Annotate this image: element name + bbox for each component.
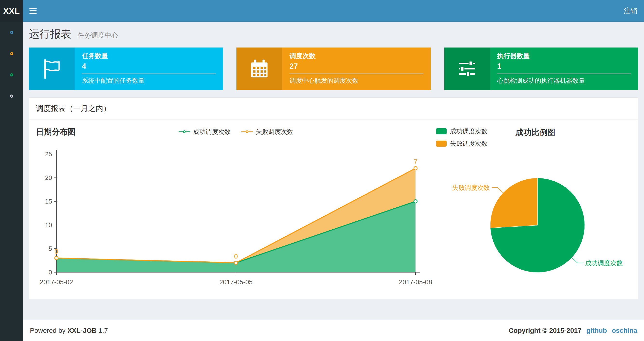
svg-text:5: 5 — [49, 245, 52, 252]
svg-text:成功调度次数: 成功调度次数 — [585, 259, 623, 266]
legend-line-marker-icon — [178, 131, 190, 132]
page-title-text: 运行报表 — [29, 28, 71, 40]
pie-legend-item-fail[interactable]: 失败调度次数 — [436, 139, 488, 148]
divider — [82, 74, 216, 74]
divider — [290, 74, 423, 74]
legend-swatch-icon — [436, 128, 446, 134]
pie-chart-legend: 成功调度次数 失败调度次数 — [436, 127, 488, 152]
copyright: Copyright © 2015-2017 — [508, 327, 581, 334]
circle-icon — [10, 73, 13, 77]
svg-text:2017-05-02: 2017-05-02 — [40, 278, 73, 286]
svg-text:7: 7 — [414, 158, 418, 165]
legend-item-fail[interactable]: 失败调度次数 — [241, 128, 293, 136]
info-box-title: 任务数量 — [82, 52, 216, 60]
info-box-job-count: 任务数量 4 系统中配置的任务数量 — [29, 48, 223, 90]
legend-swatch-icon — [436, 141, 446, 147]
flag-icon — [41, 58, 62, 79]
svg-text:0: 0 — [54, 248, 58, 255]
page-title: 运行报表 任务调度中心 — [29, 28, 638, 40]
legend-label: 成功调度次数 — [193, 128, 231, 136]
info-box-value: 4 — [82, 62, 216, 71]
product-version: 1.7 — [98, 327, 108, 334]
legend-label: 失败调度次数 — [450, 139, 488, 148]
panel-title: 调度报表（一月之内） — [29, 98, 638, 120]
calendar-icon — [249, 58, 270, 79]
date-distribution-chart: 日期分布图 成功调度次数 失败调度次数 — [36, 127, 436, 291]
oschina-link[interactable]: oschina — [612, 327, 637, 334]
xxl-job-dashboard: XXL 注销 运行报表 任务调度中心 — [0, 0, 644, 341]
content-header: 运行报表 任务调度中心 — [23, 22, 644, 44]
circle-icon — [10, 52, 13, 55]
sidebar-toggle-button[interactable] — [23, 0, 43, 22]
circle-icon — [10, 31, 13, 34]
info-box-title: 调度次数 — [290, 52, 423, 60]
hamburger-icon — [30, 8, 37, 14]
svg-text:失败调度次数: 失败调度次数 — [452, 184, 490, 191]
svg-text:0: 0 — [49, 269, 52, 276]
legend-line-marker-icon — [241, 131, 253, 132]
svg-text:10: 10 — [45, 221, 52, 229]
pie-legend-item-success[interactable]: 成功调度次数 — [436, 127, 488, 136]
logo[interactable]: XXL — [0, 0, 23, 22]
svg-text:15: 15 — [45, 198, 52, 205]
sidebar-item-dashboard[interactable] — [0, 22, 23, 43]
sidebar-item-job-manage[interactable] — [0, 43, 23, 64]
page-subtitle: 任务调度中心 — [78, 32, 118, 39]
info-box-executor-count: 执行器数量 1 心跳检测成功的执行器机器数量 — [444, 48, 638, 90]
powered-by: Powered by XXL-JOB 1.7 — [30, 327, 108, 334]
info-box-description: 心跳检测成功的执行器机器数量 — [497, 77, 631, 84]
svg-text:2017-05-05: 2017-05-05 — [219, 278, 252, 286]
footer: Powered by XXL-JOB 1.7 Copyright © 2015-… — [23, 320, 644, 341]
logout-link[interactable]: 注销 — [617, 0, 644, 22]
line-chart-canvas[interactable]: 05101520252017-05-022017-05-052017-05-08… — [36, 141, 436, 291]
content-area: 运行报表 任务调度中心 任务数量 4 系统中配置的任务数量 — [23, 22, 644, 341]
success-ratio-chart: 成功调度次数 失败调度次数 成功比例图 成功调度次数失败调度次数 — [436, 127, 631, 291]
sliders-icon — [456, 58, 478, 79]
sidebar-item-help[interactable] — [0, 85, 23, 107]
sidebar — [0, 22, 23, 341]
info-box-description: 调度中心触发的调度次数 — [290, 77, 423, 84]
info-box-row: 任务数量 4 系统中配置的任务数量 — [29, 48, 638, 90]
info-box-value: 1 — [497, 62, 631, 71]
legend-label: 成功调度次数 — [450, 127, 488, 136]
info-box-title: 执行器数量 — [497, 52, 631, 60]
report-panel: 调度报表（一月之内） 日期分布图 成功调度次数 — [29, 97, 638, 299]
legend-item-success[interactable]: 成功调度次数 — [178, 128, 231, 136]
pie-chart-title: 成功比例图 — [516, 127, 555, 138]
legend-label: 失败调度次数 — [256, 128, 293, 136]
info-box-trigger-count: 调度次数 27 调度中心触发的调度次数 — [236, 48, 430, 90]
line-chart-legend: 成功调度次数 失败调度次数 — [36, 128, 436, 136]
info-box-value: 27 — [290, 62, 423, 71]
top-navbar: XXL 注销 — [0, 0, 644, 22]
svg-text:20: 20 — [45, 174, 52, 181]
svg-text:0: 0 — [234, 252, 238, 260]
github-link[interactable]: github — [586, 327, 607, 334]
divider — [497, 74, 631, 74]
info-box-description: 系统中配置的任务数量 — [82, 77, 216, 84]
sidebar-item-job-log[interactable] — [0, 64, 23, 85]
svg-text:2017-05-08: 2017-05-08 — [399, 278, 432, 286]
product-name: XXL-JOB — [68, 327, 97, 334]
circle-icon — [10, 95, 13, 98]
svg-text:25: 25 — [45, 150, 52, 158]
